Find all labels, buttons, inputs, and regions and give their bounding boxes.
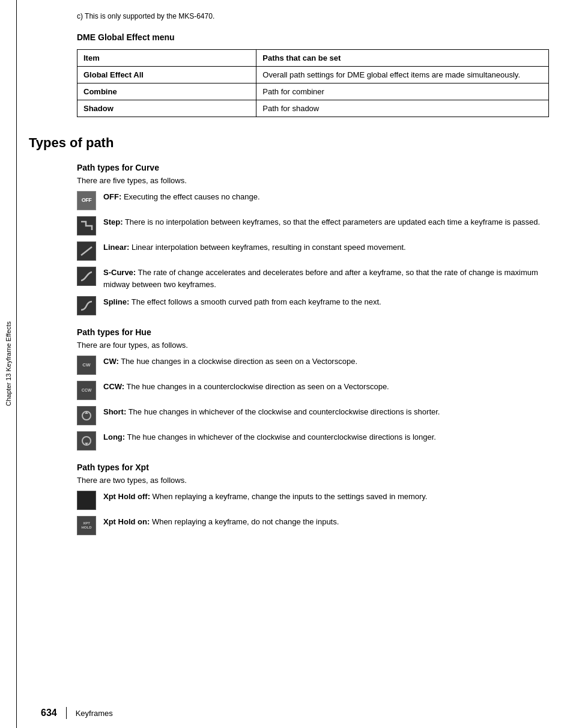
hue-section: Path types for Hue There are four types,… xyxy=(29,327,549,450)
linear-path-icon xyxy=(77,241,96,261)
table-row: Global Effect All Overall path settings … xyxy=(77,67,549,83)
page-number: 634 xyxy=(41,708,57,718)
hue-heading: Path types for Hue xyxy=(77,327,549,337)
xpt-intro: There are two types, as follows. xyxy=(77,476,549,485)
path-item-text: Step: There is no interpolation between … xyxy=(103,216,549,228)
xpton-path-icon: XPTHOLD xyxy=(77,516,96,535)
table-cell-paths: Path for combiner xyxy=(256,83,549,100)
path-item: Step: There is no interpolation between … xyxy=(77,216,549,235)
table-cell-item: Shadow xyxy=(77,100,256,117)
main-content: c) This is only supported by the MKS-647… xyxy=(17,0,573,728)
path-item-text: OFF: Executing the effect causes no chan… xyxy=(103,191,549,203)
dme-section-heading: DME Global Effect menu xyxy=(77,32,549,42)
footer-divider xyxy=(66,707,67,719)
curve-heading: Path types for Curve xyxy=(77,163,549,172)
path-item: OFFOFF: Executing the effect causes no c… xyxy=(77,191,549,210)
path-item-text: CW: The hue changes in a clockwise direc… xyxy=(103,356,549,368)
top-note: c) This is only supported by the MKS-647… xyxy=(77,12,549,20)
footer-label: Keyframes xyxy=(76,709,113,718)
short-path-icon xyxy=(77,406,96,425)
xptoff-path-icon xyxy=(77,491,96,510)
scurve-path-icon xyxy=(77,267,96,286)
table-cell-paths: Path for shadow xyxy=(256,100,549,117)
path-item-text: Short: The hue changes in whichever of t… xyxy=(103,406,549,418)
path-item: CCWCCW: The hue changes in a countercloc… xyxy=(77,381,549,400)
left-sidebar: Chapter 13 Keyframe Effects xyxy=(0,0,17,728)
off-path-icon: OFF xyxy=(77,191,96,210)
table-cell-paths: Overall path settings for DME global eff… xyxy=(256,67,549,83)
hue-items-container: CWCW: The hue changes in a clockwise dir… xyxy=(29,356,549,450)
table-row: Shadow Path for shadow xyxy=(77,100,549,117)
xpt-items-container: Xpt Hold off: When replaying a keyframe,… xyxy=(29,491,549,535)
types-of-path-title: Types of path xyxy=(29,135,549,151)
sidebar-chapter-text: Chapter 13 Keyframe Effects xyxy=(5,321,12,406)
path-item: S-Curve: The rate of change accelerates … xyxy=(77,267,549,290)
spline-path-icon xyxy=(77,296,96,315)
path-item: Linear: Linear interpolation between key… xyxy=(77,241,549,261)
xpt-heading: Path types for Xpt xyxy=(77,463,549,472)
cw-path-icon: CW xyxy=(77,356,96,375)
path-item-text: CCW: The hue changes in a counterclockwi… xyxy=(103,381,549,393)
path-item: Spline: The effect follows a smooth curv… xyxy=(77,296,549,315)
path-item-text: S-Curve: The rate of change accelerates … xyxy=(103,267,549,290)
path-item: Xpt Hold off: When replaying a keyframe,… xyxy=(77,491,549,510)
curve-section: Path types for Curve There are five type… xyxy=(29,163,549,315)
curve-intro: There are five types, as follows. xyxy=(77,176,549,185)
long-path-icon xyxy=(77,431,96,450)
table-header-paths: Paths that can be set xyxy=(256,50,549,67)
hue-intro: There are four types, as follows. xyxy=(77,341,549,350)
path-item-text: Spline: The effect follows a smooth curv… xyxy=(103,296,549,308)
ccw-path-icon: CCW xyxy=(77,381,96,400)
path-item: CWCW: The hue changes in a clockwise dir… xyxy=(77,356,549,375)
table-row: Combine Path for combiner xyxy=(77,83,549,100)
xpt-section: Path types for Xpt There are two types, … xyxy=(29,463,549,535)
path-item-text: Linear: Linear interpolation between key… xyxy=(103,241,549,253)
path-item: Short: The hue changes in whichever of t… xyxy=(77,406,549,425)
path-item-text: Xpt Hold on: When replaying a keyframe, … xyxy=(103,516,549,528)
table-header-item: Item xyxy=(77,50,256,67)
curve-items-container: OFFOFF: Executing the effect causes no c… xyxy=(29,191,549,315)
table-cell-item: Global Effect All xyxy=(77,67,256,83)
path-item: XPTHOLDXpt Hold on: When replaying a key… xyxy=(77,516,549,535)
page: Chapter 13 Keyframe Effects c) This is o… xyxy=(0,0,573,728)
table-cell-item: Combine xyxy=(77,83,256,100)
path-item: Long: The hue changes in whichever of th… xyxy=(77,431,549,450)
step-path-icon xyxy=(77,216,96,235)
svg-line-0 xyxy=(81,247,92,255)
page-footer: 634 Keyframes xyxy=(41,707,113,719)
dme-table: Item Paths that can be set Global Effect… xyxy=(77,49,549,117)
path-item-text: Long: The hue changes in whichever of th… xyxy=(103,431,549,443)
path-item-text: Xpt Hold off: When replaying a keyframe,… xyxy=(103,491,549,503)
